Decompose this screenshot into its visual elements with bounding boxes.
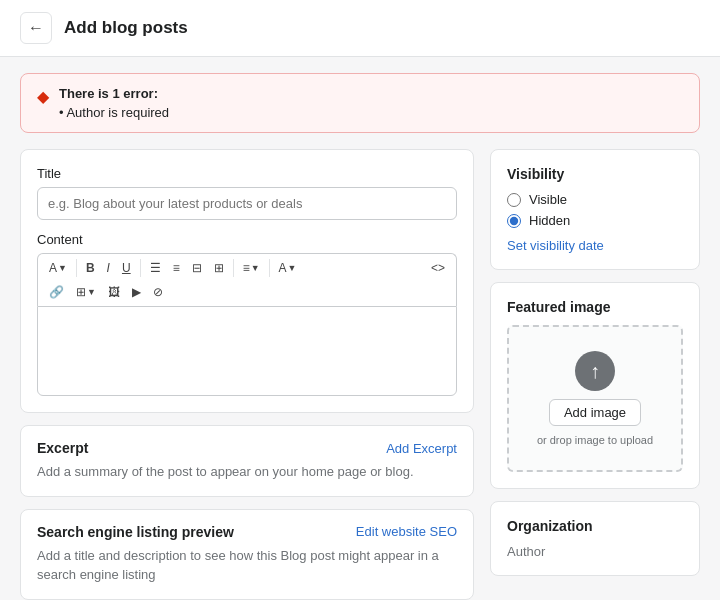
seo-header: Search engine listing preview Edit websi… bbox=[37, 524, 457, 540]
error-title: There is 1 error: bbox=[59, 86, 169, 101]
edit-seo-link[interactable]: Edit website SEO bbox=[356, 524, 457, 539]
visibility-visible[interactable]: Visible bbox=[507, 192, 683, 207]
toolbar-link-btn[interactable]: 🔗 bbox=[44, 282, 69, 302]
toolbar-underline-btn[interactable]: U bbox=[117, 258, 136, 278]
toolbar-italic-btn[interactable]: I bbox=[102, 258, 115, 278]
toolbar-sep-4 bbox=[269, 259, 270, 277]
toolbar-font-btn[interactable]: A ▼ bbox=[44, 258, 72, 278]
main-column: Title Content A ▼ B I U ☰ ≡ ⊟ ⊞ ≡ ▼ bbox=[20, 149, 474, 600]
toolbar-image-btn[interactable]: 🖼 bbox=[103, 282, 125, 302]
visibility-options: Visible Hidden bbox=[507, 192, 683, 228]
page-content: Title Content A ▼ B I U ☰ ≡ ⊟ ⊞ ≡ ▼ bbox=[0, 133, 720, 600]
toolbar-html-btn[interactable]: <> bbox=[426, 258, 450, 278]
page-header: ← Add blog posts bbox=[0, 0, 720, 57]
back-button[interactable]: ← bbox=[20, 12, 52, 44]
organization-card: Organization Author bbox=[490, 501, 700, 576]
featured-image-title: Featured image bbox=[507, 299, 683, 315]
toolbar-list3-btn[interactable]: ⊟ bbox=[187, 258, 207, 278]
content-label: Content bbox=[37, 232, 457, 247]
toolbar-list2-btn[interactable]: ≡ bbox=[168, 258, 185, 278]
toolbar-sep-3 bbox=[233, 259, 234, 277]
toolbar-sep-1 bbox=[76, 259, 77, 277]
excerpt-title: Excerpt bbox=[37, 440, 88, 456]
toolbar-row-1: A ▼ B I U ☰ ≡ ⊟ ⊞ ≡ ▼ A ▼ <> bbox=[44, 258, 450, 278]
toolbar-list1-btn[interactable]: ☰ bbox=[145, 258, 166, 278]
seo-desc: Add a title and description to see how t… bbox=[37, 546, 457, 585]
visibility-title: Visibility bbox=[507, 166, 683, 182]
side-column: Visibility Visible Hidden Set visibility… bbox=[490, 149, 700, 600]
visibility-card: Visibility Visible Hidden Set visibility… bbox=[490, 149, 700, 270]
hidden-radio[interactable] bbox=[507, 214, 521, 228]
visible-radio[interactable] bbox=[507, 193, 521, 207]
upload-hint: or drop image to upload bbox=[537, 434, 653, 446]
toolbar-color-btn[interactable]: A ▼ bbox=[274, 258, 302, 278]
toolbar-clear-btn[interactable]: ⊘ bbox=[148, 282, 168, 302]
add-image-button[interactable]: Add image bbox=[549, 399, 641, 426]
title-content-card: Title Content A ▼ B I U ☰ ≡ ⊟ ⊞ ≡ ▼ bbox=[20, 149, 474, 413]
editor-body[interactable] bbox=[37, 306, 457, 396]
toolbar-video-btn[interactable]: ▶ bbox=[127, 282, 146, 302]
toolbar-table-btn[interactable]: ⊞ ▼ bbox=[71, 282, 101, 302]
error-icon: ◆ bbox=[37, 87, 49, 106]
organization-title: Organization bbox=[507, 518, 683, 534]
author-label: Author bbox=[507, 544, 683, 559]
toolbar-sep-2 bbox=[140, 259, 141, 277]
visibility-hidden[interactable]: Hidden bbox=[507, 213, 683, 228]
visible-label: Visible bbox=[529, 192, 567, 207]
toolbar-list4-btn[interactable]: ⊞ bbox=[209, 258, 229, 278]
title-input[interactable] bbox=[37, 187, 457, 220]
toolbar-bold-btn[interactable]: B bbox=[81, 258, 100, 278]
excerpt-header: Excerpt Add Excerpt bbox=[37, 440, 457, 456]
featured-image-card: Featured image ↑ Add image or drop image… bbox=[490, 282, 700, 489]
title-label: Title bbox=[37, 166, 457, 181]
seo-card: Search engine listing preview Edit websi… bbox=[20, 509, 474, 600]
toolbar-row-2: 🔗 ⊞ ▼ 🖼 ▶ ⊘ bbox=[44, 282, 450, 302]
error-item: • Author is required bbox=[59, 105, 169, 120]
error-content: There is 1 error: • Author is required bbox=[59, 86, 169, 120]
add-excerpt-link[interactable]: Add Excerpt bbox=[386, 441, 457, 456]
editor-toolbar: A ▼ B I U ☰ ≡ ⊟ ⊞ ≡ ▼ A ▼ <> bbox=[37, 253, 457, 306]
error-banner: ◆ There is 1 error: • Author is required bbox=[20, 73, 700, 133]
set-visibility-date-link[interactable]: Set visibility date bbox=[507, 238, 604, 253]
upload-icon: ↑ bbox=[575, 351, 615, 391]
seo-title: Search engine listing preview bbox=[37, 524, 234, 540]
page-title: Add blog posts bbox=[64, 18, 188, 38]
excerpt-card: Excerpt Add Excerpt Add a summary of the… bbox=[20, 425, 474, 497]
hidden-label: Hidden bbox=[529, 213, 570, 228]
toolbar-align-btn[interactable]: ≡ ▼ bbox=[238, 258, 265, 278]
featured-upload-area[interactable]: ↑ Add image or drop image to upload bbox=[507, 325, 683, 472]
excerpt-desc: Add a summary of the post to appear on y… bbox=[37, 462, 457, 482]
